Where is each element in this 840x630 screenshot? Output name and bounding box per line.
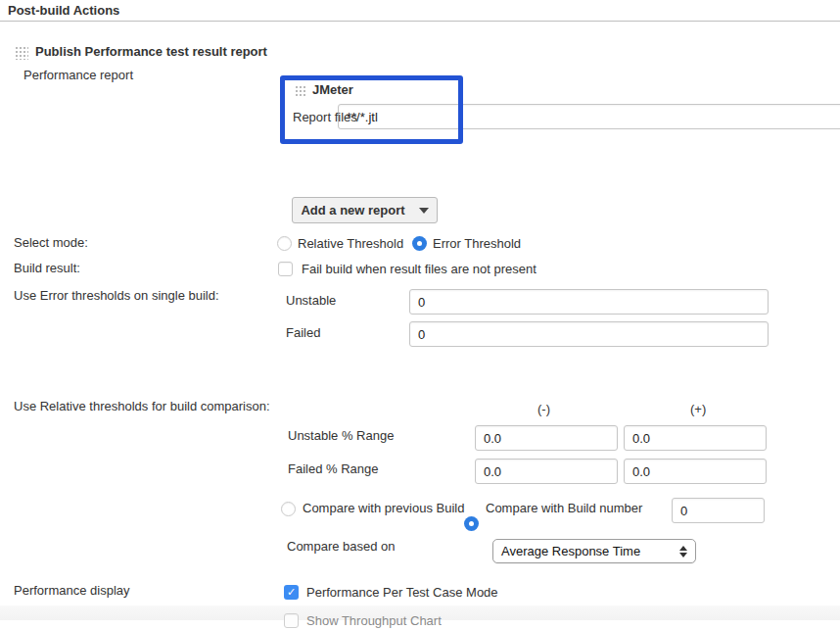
select-arrows-icon bbox=[679, 546, 687, 557]
performance-report-label: Performance report bbox=[23, 68, 133, 82]
drag-handle-icon[interactable] bbox=[14, 45, 28, 60]
add-new-report-label: Add a new report bbox=[301, 203, 404, 218]
plus-column-header: (+) bbox=[690, 402, 706, 416]
minus-column-header: (-) bbox=[537, 402, 550, 416]
show-throughput-chart-checkbox[interactable] bbox=[284, 613, 299, 628]
post-build-actions-page: Post-build Actions Publish Performance t… bbox=[0, 0, 840, 630]
failed-range-label: Failed % Range bbox=[288, 461, 379, 476]
report-files-input[interactable] bbox=[338, 104, 840, 129]
failed-range-plus-input[interactable] bbox=[624, 459, 767, 484]
select-mode-label: Select mode: bbox=[14, 235, 88, 250]
radio-compare-build-number-label[interactable]: Compare with Build number bbox=[486, 501, 642, 515]
unstable-range-plus-input[interactable] bbox=[624, 425, 767, 451]
performance-per-test-case-label[interactable]: Performance Per Test Case Mode bbox=[306, 585, 498, 600]
build-result-label: Build result: bbox=[14, 261, 80, 275]
compare-based-on-select[interactable]: Average Response Time bbox=[492, 539, 696, 563]
compare-build-number-input[interactable] bbox=[672, 498, 765, 523]
radio-compare-previous-build-label[interactable]: Compare with previous Build bbox=[303, 501, 464, 515]
chevron-down-icon bbox=[419, 208, 429, 214]
radio-error-threshold-label[interactable]: Error Threshold bbox=[433, 236, 521, 251]
page-title: Post-build Actions bbox=[8, 3, 119, 18]
radio-relative-threshold[interactable] bbox=[277, 236, 292, 251]
compare-based-on-value: Average Response Time bbox=[501, 544, 679, 558]
radio-relative-threshold-label[interactable]: Relative Threshold bbox=[298, 236, 403, 251]
unstable-threshold-input[interactable] bbox=[409, 289, 769, 315]
performance-per-test-case-checkbox[interactable]: ✓ bbox=[284, 585, 299, 600]
fail-build-checkbox[interactable] bbox=[278, 262, 293, 276]
section-title: Publish Performance test result report bbox=[35, 44, 267, 59]
radio-error-threshold[interactable] bbox=[412, 236, 427, 251]
header-divider bbox=[0, 21, 840, 22]
compare-based-on-label: Compare based on bbox=[287, 539, 396, 554]
add-new-report-button[interactable]: Add a new report bbox=[292, 197, 438, 223]
report-files-label: Report files bbox=[293, 110, 357, 124]
error-thresholds-label: Use Error thresholds on single build: bbox=[14, 288, 219, 303]
radio-compare-build-number[interactable] bbox=[464, 516, 479, 531]
jmeter-drag-handle-icon[interactable] bbox=[294, 84, 306, 97]
show-throughput-chart-label[interactable]: Show Throughput Chart bbox=[306, 613, 442, 628]
radio-compare-previous-build[interactable] bbox=[281, 502, 296, 516]
fail-build-checkbox-label[interactable]: Fail build when result files are not pre… bbox=[302, 262, 537, 276]
unstable-label: Unstable bbox=[286, 293, 336, 308]
failed-label: Failed bbox=[286, 325, 320, 340]
failed-threshold-input[interactable] bbox=[409, 321, 769, 347]
performance-display-label: Performance display bbox=[14, 583, 130, 598]
unstable-range-label: Unstable % Range bbox=[288, 428, 394, 443]
failed-range-minus-input[interactable] bbox=[475, 459, 618, 484]
relative-thresholds-label: Use Relative thresholds for build compar… bbox=[14, 399, 270, 413]
unstable-range-minus-input[interactable] bbox=[475, 425, 618, 451]
jmeter-report-name: JMeter bbox=[312, 82, 353, 97]
